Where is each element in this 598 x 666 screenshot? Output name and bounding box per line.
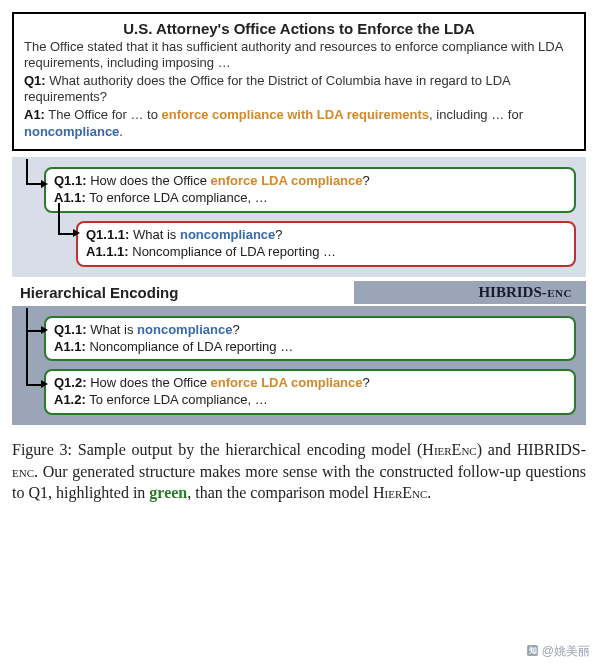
hibrids-label-main: HIBRIDS <box>478 284 541 300</box>
hibrids-label-suffix: -enc <box>542 284 572 300</box>
hibrids-row-2: Q1.2: How does the Office enforce LDA co… <box>18 365 580 419</box>
a1-label: A1: <box>24 107 45 122</box>
caption-t2: ) and HIBRIDS- <box>477 441 586 458</box>
hib-a12-text: To enforce LDA compliance, … <box>86 392 268 407</box>
hierenc-card-1: Q1.1: How does the Office enforce LDA co… <box>44 167 576 213</box>
hib-a11-text: Noncompliance of LDA reporting … <box>86 339 293 354</box>
tree-arrow-icon <box>58 203 74 235</box>
q11-prefix: How does the Office <box>87 173 211 188</box>
hierenc-row-1: Q1.1: How does the Office enforce LDA co… <box>18 163 580 217</box>
hib-a11: A1.1: Noncompliance of LDA reporting … <box>54 339 566 356</box>
hibrids-row-1: Q1.1: What is noncompliance? A1.1: Nonco… <box>18 312 580 366</box>
q11-suffix: ? <box>363 173 370 188</box>
a111-label: A1.1.1: <box>86 244 129 259</box>
a1: A1: The Office for … to enforce complian… <box>24 107 574 141</box>
hib-a12-label: A1.2: <box>54 392 86 407</box>
a1-suffix: . <box>119 124 123 139</box>
hierenc-card-2: Q1.1.1: What is noncompliance? A1.1.1: N… <box>76 221 576 267</box>
caption-t1: Sample output by the hierarchical encodi… <box>78 441 423 458</box>
q111-label: Q1.1.1: <box>86 227 129 242</box>
hibrids-card-2: Q1.2: How does the Office enforce LDA co… <box>44 369 576 415</box>
hib-q12-label: Q1.2: <box>54 375 87 390</box>
hib-q11-highlight: noncompliance <box>137 322 232 337</box>
q111-suffix: ? <box>275 227 282 242</box>
hib-q11-label: Q1.1: <box>54 322 87 337</box>
arrow-gutter <box>18 312 44 366</box>
caption-green: green <box>149 484 187 501</box>
q11: Q1.1: How does the Office enforce LDA co… <box>54 173 566 190</box>
q11-label: Q1.1: <box>54 173 87 188</box>
hib-a12: A1.2: To enforce LDA compliance, … <box>54 392 566 409</box>
hib-q11-suffix: ? <box>232 322 239 337</box>
hib-q12-highlight: enforce LDA compliance <box>211 375 363 390</box>
hibrids-label: HIBRIDS-enc <box>354 281 586 304</box>
hierenc-label: Hierarchical Encoding <box>12 281 354 304</box>
arrow-gutter <box>18 163 44 217</box>
hibrids-panel: Q1.1: What is noncompliance? A1.1: Nonco… <box>12 306 586 426</box>
tree-arrow-icon <box>26 159 42 185</box>
doc-body: The Office stated that it has sufficient… <box>24 39 574 72</box>
hib-a11-label: A1.1: <box>54 339 86 354</box>
q111-highlight: noncompliance <box>180 227 275 242</box>
a111-text: Noncompliance of LDA reporting … <box>129 244 336 259</box>
a11: A1.1: To enforce LDA compliance, … <box>54 190 566 207</box>
hib-q12-suffix: ? <box>363 375 370 390</box>
arrow-gutter-nested <box>18 217 76 271</box>
q1: Q1: What authority does the Office for t… <box>24 73 574 107</box>
caption-enc: enc <box>12 463 34 480</box>
q11-highlight: enforce LDA compliance <box>211 173 363 188</box>
a11-text: To enforce LDA compliance, … <box>86 190 268 205</box>
document-box: U.S. Attorney's Office Actions to Enforc… <box>12 12 586 151</box>
model-label-bar: Hierarchical Encoding HIBRIDS-enc <box>12 281 586 304</box>
hib-q11: Q1.1: What is noncompliance? <box>54 322 566 339</box>
doc-title: U.S. Attorney's Office Actions to Enforc… <box>24 20 574 37</box>
q111-prefix: What is <box>129 227 180 242</box>
a1-highlight-blue: noncompliance <box>24 124 119 139</box>
a1-mid: , including … for <box>429 107 523 122</box>
a1-prefix: The Office for … to <box>45 107 162 122</box>
q111: Q1.1.1: What is noncompliance? <box>86 227 566 244</box>
a111: A1.1.1: Noncompliance of LDA reporting … <box>86 244 566 261</box>
caption-t4: , than the comparison model <box>187 484 373 501</box>
caption-fig-label: Figure 3: <box>12 441 78 458</box>
arrow-gutter <box>18 365 44 419</box>
hib-q12-prefix: How does the Office <box>87 375 211 390</box>
hierenc-row-2: Q1.1.1: What is noncompliance? A1.1.1: N… <box>18 217 580 271</box>
figure-caption: Figure 3: Sample output by the hierarchi… <box>12 439 586 504</box>
caption-hierenc: HierEnc <box>422 441 476 458</box>
hib-q11-prefix: What is <box>87 322 138 337</box>
hibrids-card-1: Q1.1: What is noncompliance? A1.1: Nonco… <box>44 316 576 362</box>
hierenc-panel: Q1.1: How does the Office enforce LDA co… <box>12 157 586 277</box>
caption-hierenc2: HierEnc <box>373 484 427 501</box>
a1-highlight-orange: enforce compliance with LDA requirements <box>162 107 430 122</box>
caption-t5: . <box>427 484 431 501</box>
q1-label: Q1: <box>24 73 46 88</box>
hib-q12: Q1.2: How does the Office enforce LDA co… <box>54 375 566 392</box>
q1-text: What authority does the Office for the D… <box>24 73 510 105</box>
